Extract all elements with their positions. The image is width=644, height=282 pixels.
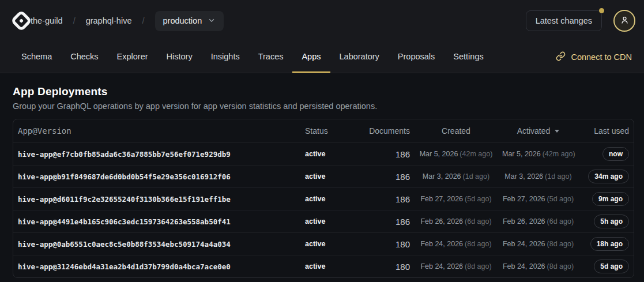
table-row[interactable]: hive-app@b91f849687de6d0bd0b54f5e29e356c… (13, 165, 634, 187)
breadcrumb-org[interactable]: the-guild (31, 16, 63, 25)
activated-cell: Feb 27, 2026(5d ago) (502, 195, 574, 203)
notification-dot (599, 8, 604, 13)
status-value: active (300, 172, 358, 181)
table-row[interactable]: hive-app@31246ebd4a31ea2b4d1d37b799d0a4b… (13, 255, 634, 277)
last-used-cell: 18h ago (574, 237, 634, 251)
tab-explorer[interactable]: Explorer (108, 42, 157, 73)
app-version: hive-app@0ab6551c0aec8c5e0b88f3534ebc509… (13, 240, 300, 249)
status-value: active (300, 240, 358, 248)
created-date: Feb 24, 2026 (420, 240, 463, 248)
activated-cell: Feb 24, 2026(8d ago) (502, 262, 574, 270)
connect-to-cdn-label: Connect to CDN (571, 52, 632, 62)
table-header-row: App@Version Status Documents Created Act… (13, 119, 634, 142)
activated-cell: Feb 24, 2026(8d ago) (502, 240, 574, 248)
last-used-badge: 34m ago (588, 170, 629, 183)
created-date: Mar 3, 2026 (423, 172, 461, 181)
last-used-badge: 18h ago (590, 237, 629, 251)
page-title: App Deployments (13, 85, 634, 98)
sort-descending-icon (555, 130, 559, 133)
breadcrumb-separator: / (142, 16, 144, 25)
status-value: active (300, 217, 358, 225)
created-date: Feb 27, 2026 (420, 195, 463, 203)
created-cell: Feb 24, 2026(8d ago) (410, 240, 502, 248)
last-used-cell: now (574, 147, 634, 161)
activated-sort-label: Activated (517, 126, 551, 136)
activated-cell: Mar 5, 2026(42m ago) (502, 150, 574, 158)
user-avatar[interactable] (613, 10, 635, 32)
app-deployments-table: App@Version Status Documents Created Act… (13, 119, 634, 278)
app-version: hive-app@ef7cb0fb85ada6c36a7885bb7e56ef0… (13, 150, 300, 159)
activated-relative: (1d ago) (545, 172, 572, 181)
column-header-last-used: Last used (574, 126, 634, 136)
created-relative: (42m ago) (460, 150, 492, 158)
last-used-cell: 34m ago (574, 170, 634, 183)
activated-relative: (42m ago) (543, 150, 575, 158)
created-cell: Feb 24, 2026(8d ago) (410, 262, 502, 270)
status-value: active (300, 195, 358, 203)
tab-insights[interactable]: Insights (202, 42, 249, 73)
latest-changes-button[interactable]: Latest changes (526, 10, 602, 31)
hive-logo-icon[interactable] (10, 9, 33, 32)
user-icon (619, 14, 630, 28)
column-header-activated[interactable]: Activated (502, 126, 574, 136)
connect-to-cdn-link[interactable]: Connect to CDN (556, 42, 632, 73)
documents-count: 186 (358, 172, 410, 182)
target-selector-dropdown[interactable]: production (155, 11, 224, 31)
breadcrumb-separator: / (73, 16, 76, 25)
main-content: App Deployments Group your GraphQL opera… (0, 85, 644, 278)
tab-laboratory[interactable]: Laboratory (330, 42, 389, 73)
link-icon (556, 51, 566, 63)
activated-date: Feb 27, 2026 (503, 195, 545, 203)
app-version: hive-app@31246ebd4a31ea2b4d1d37b799d0a4b… (13, 262, 300, 271)
table-row[interactable]: hive-app@0ab6551c0aec8c5e0b88f3534ebc509… (13, 232, 634, 255)
column-header-status: Status (300, 126, 358, 136)
tab-settings[interactable]: Settings (444, 42, 492, 73)
tab-checks[interactable]: Checks (61, 42, 107, 73)
created-relative: (8d ago) (465, 240, 492, 248)
activated-relative: (8d ago) (547, 240, 574, 248)
documents-count: 180 (358, 239, 410, 249)
column-header-created: Created (410, 126, 502, 136)
top-header: the-guild / graphql-hive / production La… (0, 0, 644, 73)
activated-relative: (8d ago) (547, 262, 574, 270)
page-subtitle: Group your GraphQL operations by app ver… (13, 101, 634, 111)
table-row[interactable]: hive-app@ef7cb0fb85ada6c36a7885bb7e56ef0… (13, 142, 634, 165)
last-used-badge: 9m ago (592, 192, 629, 206)
tab-schema[interactable]: Schema (12, 42, 61, 73)
last-used-cell: 5d ago (574, 260, 634, 273)
app-version: hive-app@d6011f9c2e32655240f3130b366e15f… (13, 195, 300, 204)
last-used-cell: 5h ago (574, 215, 634, 228)
activated-relative: (5d ago) (547, 195, 574, 203)
activated-date: Mar 3, 2026 (504, 172, 543, 181)
status-value: active (300, 262, 358, 270)
activated-cell: Feb 26, 2026(6d ago) (502, 217, 574, 225)
breadcrumb-project[interactable]: graphql-hive (86, 16, 132, 25)
table-row[interactable]: hive-app@d6011f9c2e32655240f3130b366e15f… (13, 187, 634, 210)
last-used-badge: now (602, 147, 629, 161)
tab-proposals[interactable]: Proposals (389, 42, 444, 73)
created-relative: (5d ago) (465, 195, 492, 203)
created-cell: Feb 27, 2026(5d ago) (410, 195, 502, 203)
documents-count: 186 (358, 217, 410, 227)
status-value: active (300, 150, 358, 158)
documents-count: 186 (358, 149, 410, 159)
target-tabs: Schema Checks Explorer History Insights … (0, 42, 644, 73)
breadcrumb: the-guild / graphql-hive / production (31, 11, 224, 31)
target-selector-label: production (163, 16, 202, 25)
activated-date: Feb 24, 2026 (503, 240, 545, 248)
last-used-badge: 5h ago (594, 215, 629, 228)
tab-history[interactable]: History (157, 42, 202, 73)
created-date: Feb 24, 2026 (420, 262, 463, 270)
last-used-badge: 5d ago (594, 260, 629, 273)
tab-apps[interactable]: Apps (292, 42, 330, 73)
chevron-down-icon (208, 16, 216, 26)
tab-traces[interactable]: Traces (249, 42, 293, 73)
activated-date: Mar 5, 2026 (502, 150, 541, 158)
documents-count: 180 (358, 262, 410, 272)
created-relative: (8d ago) (465, 262, 492, 270)
created-date: Mar 5, 2026 (420, 150, 458, 158)
documents-count: 186 (358, 194, 410, 204)
column-header-documents: Documents (358, 126, 410, 136)
table-row[interactable]: hive-app@4491e4b165c906c3edc1597364263e5… (13, 210, 634, 232)
activated-date: Feb 24, 2026 (503, 262, 545, 270)
